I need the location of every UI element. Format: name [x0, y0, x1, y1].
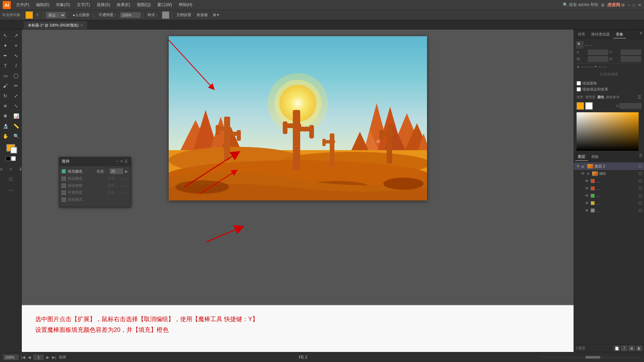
- hex-color-input[interactable]: EF9D2E: [620, 103, 641, 109]
- layer-options-btn[interactable]: ⊞: [629, 346, 635, 351]
- layer-color-5[interactable]: 👁 …: [574, 207, 644, 214]
- h-input[interactable]: [621, 56, 641, 62]
- layer-c2-eye[interactable]: 👁: [585, 186, 589, 191]
- menu-view[interactable]: 视图(Q): [134, 1, 153, 8]
- layer-color-1[interactable]: 👁 …: [574, 177, 644, 185]
- opacity-checkbox[interactable]: [62, 191, 66, 195]
- brush-tool[interactable]: 🖌: [0, 81, 10, 90]
- scale-stroke-checkbox[interactable]: [577, 87, 581, 92]
- menu-edit[interactable]: 编辑(E): [33, 1, 52, 8]
- layer-c4-eye[interactable]: 👁: [585, 201, 589, 205]
- background-color-swatch[interactable]: [10, 147, 17, 154]
- layer-2-arrow[interactable]: ▶: [582, 165, 586, 168]
- layer-c3-eye[interactable]: 👁: [585, 193, 589, 198]
- column-graph-tool[interactable]: 📊: [11, 111, 21, 121]
- window-close[interactable]: ✕: [638, 3, 641, 7]
- background-swatch-right[interactable]: [585, 102, 593, 110]
- layer-color-4[interactable]: 👁 …: [574, 199, 644, 207]
- fill-color-box[interactable]: [25, 11, 33, 19]
- measure-tool[interactable]: 📏: [11, 121, 21, 131]
- tab-pathfinder[interactable]: 路径查找器: [589, 31, 612, 39]
- panel-close[interactable]: ✕: [120, 159, 123, 164]
- scale-tool[interactable]: ⤢: [11, 91, 21, 101]
- artboard-tab[interactable]: 画板: [589, 153, 601, 161]
- lasso-tool[interactable]: ⌖: [11, 41, 21, 50]
- curvature-tool[interactable]: ∿: [11, 51, 21, 60]
- rect-tool[interactable]: ▭: [0, 71, 10, 80]
- tab-align[interactable]: 对齐: [575, 31, 588, 39]
- window-maximize[interactable]: □: [633, 3, 635, 7]
- zoom-input[interactable]: [3, 355, 18, 360]
- layer-2-eye[interactable]: 👁: [576, 164, 581, 169]
- foreground-color-swatch[interactable]: [6, 144, 15, 152]
- pen-tool[interactable]: ✒: [0, 51, 10, 60]
- tolerance-input[interactable]: [110, 169, 123, 174]
- warp-tool[interactable]: ≋: [0, 101, 10, 111]
- layers-panel-menu[interactable]: ☰: [639, 153, 643, 161]
- layer-c1-eye[interactable]: 👁: [585, 179, 589, 183]
- layer-row-2[interactable]: 👁 ▶ 图层 2: [574, 163, 644, 170]
- layers-tab[interactable]: 图层: [575, 153, 588, 161]
- x-input[interactable]: [588, 50, 608, 55]
- tab-transform[interactable]: 变换: [613, 31, 626, 39]
- none-mode-icon[interactable]: ⊘: [16, 164, 22, 174]
- color-gradient-picker[interactable]: [577, 112, 639, 151]
- style-box[interactable]: [162, 11, 169, 19]
- color-panel-menu[interactable]: ☰: [638, 95, 641, 100]
- direct-select-tool[interactable]: ↗: [11, 31, 21, 40]
- magic-wand-tool-btn[interactable]: ✦: [0, 41, 10, 50]
- menu-select[interactable]: 选择(S): [94, 1, 113, 8]
- menu-window[interactable]: 窗口(W): [155, 1, 174, 8]
- menu-text[interactable]: 文字(T): [74, 1, 93, 8]
- first-page-btn[interactable]: |◀: [21, 355, 25, 360]
- w-input[interactable]: [588, 56, 608, 62]
- symbol-sprayer-tool[interactable]: ❋: [0, 111, 10, 121]
- menu-file[interactable]: 文件(F): [13, 1, 32, 8]
- new-layer-btn[interactable]: 📄: [614, 346, 620, 351]
- fill-mode-icon[interactable]: ▭: [0, 164, 5, 174]
- hand-tool[interactable]: ✋: [0, 131, 10, 141]
- eyedropper-tool[interactable]: 🔬: [0, 121, 10, 131]
- horizontal-scrollbar[interactable]: [540, 356, 641, 359]
- move-to-artboard-btn[interactable]: ⤴: [621, 346, 627, 351]
- canvas-container[interactable]: 魔棒 ─ ✕ ☰ ✓ 填充颜色 容差： ▶: [22, 29, 574, 305]
- black-swatch[interactable]: [6, 156, 10, 161]
- white-swatch[interactable]: [11, 156, 16, 161]
- layer-003-eye[interactable]: 👁: [581, 171, 585, 176]
- selection-tool[interactable]: ↖: [0, 31, 10, 40]
- layer-003-arrow[interactable]: ▼: [587, 172, 591, 176]
- ellipse-tool[interactable]: ◯: [11, 71, 21, 80]
- layer-c5-eye[interactable]: 👁: [585, 208, 589, 213]
- more-tools-icon[interactable]: …: [6, 184, 16, 194]
- layer-color-2[interactable]: 👁 …: [574, 185, 644, 192]
- stroke-width-checkbox[interactable]: [62, 184, 66, 188]
- document-tab[interactable]: 未标题-1* @ 100% (RGB/预览) ×: [23, 21, 87, 29]
- text-tool[interactable]: T: [0, 61, 10, 70]
- preferences-btn[interactable]: 首选项: [195, 12, 210, 18]
- menu-effect[interactable]: 效果(E): [114, 1, 133, 8]
- fill-color-checkbox[interactable]: ✓: [62, 169, 66, 173]
- menu-help[interactable]: 帮助(H): [176, 1, 195, 8]
- opacity-input[interactable]: [120, 12, 141, 18]
- panel-menu-btn[interactable]: ☰: [124, 159, 128, 164]
- rotate-tool[interactable]: ↻: [0, 91, 10, 101]
- foreground-swatch-right[interactable]: [577, 102, 584, 110]
- tolerance-expand-btn[interactable]: ▶: [125, 169, 128, 174]
- brush-type-select[interactable]: 插边：: [46, 12, 66, 18]
- stroke-color-checkbox[interactable]: [62, 177, 66, 181]
- panel-minimize[interactable]: ─: [116, 159, 119, 164]
- window-minimize[interactable]: ─: [627, 3, 630, 7]
- page-input[interactable]: [34, 355, 44, 360]
- layer-row-003[interactable]: 👁 ▼ 003: [574, 170, 644, 177]
- prev-page-btn[interactable]: ◀: [28, 355, 31, 360]
- menu-object[interactable]: 对象(O): [53, 1, 72, 8]
- last-page-btn[interactable]: ▶|: [52, 355, 56, 360]
- right-panel-close[interactable]: ✕: [639, 31, 643, 39]
- blend-mode-checkbox[interactable]: [62, 198, 66, 202]
- zoom-tool[interactable]: 🔍: [11, 131, 21, 141]
- free-transform-tool[interactable]: ⤡: [11, 101, 21, 111]
- stroke-indicator[interactable]: ▽: [34, 12, 41, 17]
- next-page-btn[interactable]: ▶: [46, 355, 49, 360]
- doc-settings-btn[interactable]: 文档设置: [174, 12, 193, 18]
- edit-mode-icon[interactable]: □: [6, 174, 16, 184]
